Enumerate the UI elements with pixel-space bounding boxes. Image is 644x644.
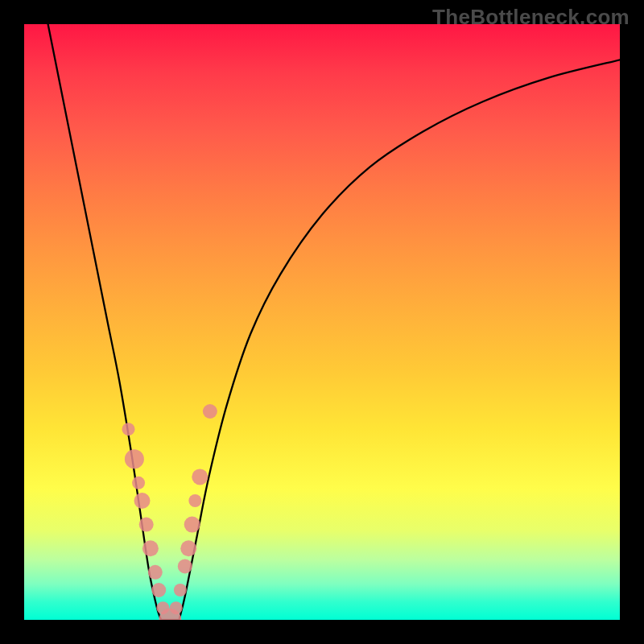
scatter-point xyxy=(174,584,187,597)
scatter-point xyxy=(122,423,135,436)
plot-area xyxy=(24,24,620,620)
scatter-point xyxy=(180,540,196,556)
right-curve xyxy=(179,60,620,620)
scatter-layer xyxy=(24,24,620,620)
scatter-point xyxy=(132,477,145,489)
scatter-point xyxy=(192,469,208,485)
chart-frame: TheBottleneck.com xyxy=(0,0,644,644)
scatter-point xyxy=(125,449,144,469)
scatter-point xyxy=(203,404,217,419)
scatter-point xyxy=(139,518,154,532)
left-curve xyxy=(48,24,162,620)
curve-layer xyxy=(24,24,620,620)
scatter-point xyxy=(184,517,200,533)
scatter-point xyxy=(142,540,159,556)
scatter-point xyxy=(156,601,169,614)
scatter-point xyxy=(134,493,151,509)
scatter-points xyxy=(122,404,217,620)
scatter-point xyxy=(148,565,163,580)
scatter-point xyxy=(170,601,183,614)
scatter-point xyxy=(159,609,181,620)
scatter-point xyxy=(151,583,166,597)
scatter-point xyxy=(188,494,201,507)
scatter-point xyxy=(178,559,192,573)
